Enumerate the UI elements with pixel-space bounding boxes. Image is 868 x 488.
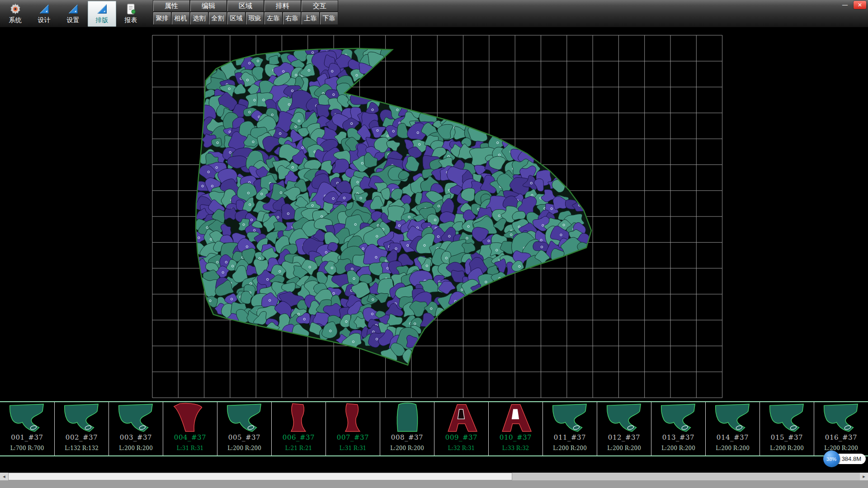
piece-id: 002_#37 [66, 433, 98, 441]
piece-shape [708, 403, 758, 433]
piece-lr-count: L:200 R:200 [119, 445, 153, 451]
piece-shape [165, 403, 216, 433]
triangle-ruler-icon [95, 3, 109, 15]
triangle-ruler-icon [38, 3, 51, 15]
piece-id: 014_#37 [717, 433, 749, 441]
piece-lr-count: L:31 R:31 [340, 445, 366, 451]
tool-button-7[interactable]: 左靠 [264, 12, 283, 25]
nesting-canvas[interactable] [0, 27, 868, 401]
piece-thumbnail-003_#37[interactable]: 003_#37L:200 R:200 [108, 402, 163, 455]
piece-thumbnail-005_#37[interactable]: 005_#37L:200 R:200 [217, 402, 271, 455]
nav-report-button[interactable]: 报表 [117, 1, 145, 27]
menu-area: 属性编辑区域排料交互 聚排相机选割全割区域瑕疵左靠右靠上靠下靠 [153, 0, 338, 25]
piece-shape [274, 403, 324, 433]
scrollbar-track[interactable] [8, 473, 860, 480]
piece-thumbnail-010_#37[interactable]: 010_#37L:33 R:32 [488, 402, 542, 455]
piece-lr-count: L:132 R:132 [65, 445, 99, 451]
piece-thumbnail-001_#37[interactable]: 001_#37L:700 R:700 [0, 402, 54, 455]
piece-id: 010_#37 [500, 433, 532, 441]
piece-thumbnail-004_#37[interactable]: 004_#37L:31 R:31 [163, 402, 217, 455]
piece-thumbnail-006_#37[interactable]: 006_#37L:21 R:21 [271, 402, 326, 455]
titlebar: 系统设计设置排版报表 属性编辑区域排料交互 聚排相机选割全割区域瑕疵左靠右靠上靠… [0, 0, 868, 27]
piece-thumbnail-011_#37[interactable]: 011_#37L:200 R:200 [542, 402, 597, 455]
tool-button-9[interactable]: 上靠 [301, 12, 320, 25]
gear-icon [9, 3, 22, 15]
tool-button-8[interactable]: 右靠 [283, 12, 301, 25]
piece-thumbnail-012_#37[interactable]: 012_#37L:200 R:200 [597, 402, 651, 455]
piece-shape [491, 403, 541, 433]
tool-button-4[interactable]: 全割 [208, 12, 227, 25]
progress-indicator: 38% 384.8M [823, 450, 866, 467]
nav-label: 设置 [67, 16, 80, 24]
scrollbar-thumb[interactable] [8, 473, 512, 480]
piece-lr-count: L:33 R:32 [502, 445, 529, 451]
menu-tab-2[interactable]: 编辑 [190, 0, 227, 12]
report-icon [124, 3, 138, 15]
piece-lr-count: L:200 R:200 [227, 445, 261, 451]
nav-label: 报表 [125, 16, 137, 24]
horizontal-scrollbar[interactable]: ◂ ▸ [0, 473, 868, 480]
menu-tab-1[interactable]: 属性 [153, 0, 190, 12]
piece-thumbnail-008_#37[interactable]: 008_#37L:200 R:200 [380, 402, 434, 455]
scroll-left-arrow[interactable]: ◂ [0, 473, 8, 480]
piece-lr-count: L:200 R:200 [607, 445, 641, 451]
piece-shape [328, 403, 378, 433]
piece-lr-count: L:21 R:21 [285, 445, 312, 451]
menu-tab-row: 属性编辑区域排料交互 [153, 0, 338, 12]
tool-button-3[interactable]: 选割 [190, 12, 208, 25]
window-controls: — ✕ [839, 1, 866, 9]
nav-settings-button[interactable]: 设置 [59, 1, 87, 27]
piece-thumbnail-016_#37[interactable]: 016_#37L:200 R:200 [814, 402, 868, 455]
piece-shape [436, 403, 487, 433]
piece-shape [762, 403, 812, 433]
bottom-edge-bar [0, 480, 868, 488]
tool-button-6[interactable]: 瑕疵 [245, 12, 264, 25]
minimize-button[interactable]: — [839, 1, 851, 9]
progress-percent-badge: 38% [823, 450, 840, 467]
tool-button-row: 聚排相机选割全割区域瑕疵左靠右靠上靠下靠 [153, 12, 338, 25]
piece-id: 016_#37 [825, 433, 857, 441]
tool-button-5[interactable]: 区域 [227, 12, 245, 25]
piece-id: 006_#37 [283, 433, 315, 441]
nav-label: 系统 [9, 16, 22, 24]
piece-shape [57, 403, 107, 433]
close-button[interactable]: ✕ [854, 1, 866, 9]
nav-layout-button[interactable]: 排版 [88, 1, 116, 27]
piece-lr-count: L:32 R:31 [448, 445, 475, 451]
tool-button-2[interactable]: 相机 [171, 12, 190, 25]
piece-thumbnail-015_#37[interactable]: 015_#37L:200 R:200 [760, 402, 814, 455]
piece-shape [653, 403, 704, 433]
piece-lr-count: L:200 R:200 [390, 445, 424, 451]
nav-label: 排版 [96, 16, 108, 24]
piece-thumbnail-013_#37[interactable]: 013_#37L:200 R:200 [651, 402, 705, 455]
piece-lr-count: L:200 R:200 [716, 445, 750, 451]
piece-thumbnail-014_#37[interactable]: 014_#37L:200 R:200 [705, 402, 760, 455]
menu-tab-4[interactable]: 排料 [264, 0, 301, 12]
piece-id: 008_#37 [391, 433, 423, 441]
tool-button-1[interactable]: 聚排 [153, 12, 171, 25]
piece-shape [382, 403, 433, 433]
piece-id: 011_#37 [554, 433, 586, 441]
piece-shape [545, 403, 595, 433]
tool-button-10[interactable]: 下靠 [320, 12, 338, 25]
piece-shape [599, 403, 650, 433]
menu-tab-3[interactable]: 区域 [227, 0, 264, 12]
piece-shape [219, 403, 270, 433]
piece-lr-count: L:700 R:700 [10, 445, 44, 451]
triangle-ruler-icon [66, 3, 80, 15]
scroll-right-arrow[interactable]: ▸ [860, 473, 868, 480]
nav-design-button[interactable]: 设计 [30, 1, 58, 27]
piece-shape [2, 403, 52, 433]
piece-id: 004_#37 [174, 433, 206, 441]
piece-lr-count: L:31 R:31 [177, 445, 203, 451]
piece-thumbnail-007_#37[interactable]: 007_#37L:31 R:31 [326, 402, 380, 455]
piece-id: 005_#37 [228, 433, 260, 441]
nav-label: 设计 [38, 16, 51, 24]
piece-shape [816, 403, 867, 433]
piece-id: 003_#37 [120, 433, 152, 441]
menu-tab-5[interactable]: 交互 [301, 0, 338, 12]
nav-system-button[interactable]: 系统 [1, 1, 29, 27]
nesting-app-window: 系统设计设置排版报表 属性编辑区域排料交互 聚排相机选割全割区域瑕疵左靠右靠上靠… [0, 0, 868, 488]
piece-thumbnail-009_#37[interactable]: 009_#37L:32 R:31 [434, 402, 488, 455]
piece-thumbnail-002_#37[interactable]: 002_#37L:132 R:132 [54, 402, 108, 455]
